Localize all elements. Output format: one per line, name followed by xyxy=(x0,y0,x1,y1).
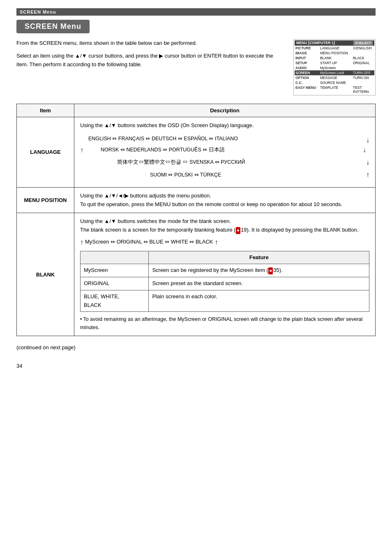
sub-row-original: ORIGINAL Screen preset as the standard s… xyxy=(81,277,369,290)
lang-cycle: ENGLISH ⇔ FRANÇAIS ⇔ DEUTSCH ⇔ ESPAÑOL ⇔… xyxy=(80,132,369,183)
sub-label-myscreen: MyScreen xyxy=(81,264,149,277)
menu-pos-line2: To quit the operation, press the MENU bu… xyxy=(80,200,369,209)
sub-label-bwb: BLUE, WHITE,BLACK xyxy=(81,290,149,312)
menu-pos-line1: Using the ▲/▼/◄/▶ buttons adjusts the me… xyxy=(80,192,369,200)
page-number: 34 xyxy=(16,363,376,369)
intro-para1: From the SCREEN menu, items shown in the… xyxy=(16,39,285,48)
lang-line4: ↑ SUOMI ⇔ POLSKI ⇔ TÜRKÇE ↑ xyxy=(80,169,369,181)
blank-line1: Using the ▲/▼ buttons switches the mode … xyxy=(80,217,369,226)
sub-col-label xyxy=(81,251,149,264)
intro-section: From the SCREEN menu, items shown in the… xyxy=(16,39,376,95)
table-row-blank: BLANK Using the ▲/▼ buttons switches the… xyxy=(17,213,376,336)
table-row-menu-position: MENU POSITION Using the ▲/▼/◄/▶ buttons … xyxy=(17,187,376,213)
intro-text: From the SCREEN menu, items shown in the… xyxy=(16,39,285,69)
desc-menu-position: Using the ▲/▼/◄/▶ buttons adjusts the me… xyxy=(74,187,376,213)
sub-row-blue-white-black: BLUE, WHITE,BLACK Plain screens in each … xyxy=(81,290,369,312)
col-header-desc: Description xyxy=(74,104,376,117)
blank-line2: The blank screen is a screen for the tem… xyxy=(80,226,369,234)
item-blank: BLANK xyxy=(17,213,74,336)
menu-row: PICTURE LANGUAGE ⊙ENGLISH xyxy=(295,46,374,51)
blank-note: • To avoid remaining as an afterimage, t… xyxy=(80,315,369,332)
table-row-language: LANGUAGE Using the ▲/▼ buttons switches … xyxy=(17,117,376,188)
menu-row: IMAGE MENU POSITION xyxy=(295,51,374,56)
blank-cycle-line: ↑ MyScreen ⇔ ORIGINAL ⇔ BLUE ⇔ WHITE ⇔ B… xyxy=(80,237,369,248)
col-header-item: Item xyxy=(17,104,74,117)
lang-desc-line1: Using the ▲/▼ buttons switches the OSD (… xyxy=(80,121,369,130)
sub-label-original: ORIGINAL xyxy=(81,277,149,290)
menu-row: INPUT BLANK BLACK xyxy=(295,56,374,60)
menu-row: AUDIO MyScreen xyxy=(295,65,374,70)
sub-desc-original: Screen preset as the standard screen. xyxy=(149,277,369,290)
menu-select-btn: ⊡SELECT xyxy=(353,41,373,45)
blank-sub-table: Feature MyScreen Screen can be registere… xyxy=(80,251,369,312)
sub-row-myscreen: MyScreen Screen can be registered by the… xyxy=(81,264,369,277)
sub-col-feature: Feature xyxy=(149,251,369,264)
top-bar-label: SCREEN Menu xyxy=(16,8,376,16)
lang-line1: ENGLISH ⇔ FRANÇAIS ⇔ DEUTSCH ⇔ ESPAÑOL ⇔… xyxy=(88,134,369,144)
menu-mockup: MENU [COMPUTER 1] ⊡SELECT PICTURE LANGUA… xyxy=(293,39,376,95)
menu-row: EASY MENU TEMPLATE TEST PATTERN xyxy=(295,85,374,94)
desc-blank: Using the ▲/▼ buttons switches the mode … xyxy=(74,213,376,336)
lang-line3: ↑ 简体中文⇔繁體中文⇔한글 ⇔ SVENSKA ⇔ РУССКИЙ ↓ xyxy=(80,156,369,169)
menu-row: OPTION MESSAGE TURN ON xyxy=(295,75,374,80)
menu-header: MENU [COMPUTER 1] ⊡SELECT xyxy=(295,40,374,46)
book-ref-35: ■ xyxy=(268,267,273,274)
menu-row-highlighted: SCREEN MyScreen Lock TURN OFF xyxy=(295,70,374,75)
sub-desc-myscreen: Screen can be registered by the MyScreen… xyxy=(149,264,369,277)
intro-para2: Select an item using the ▲/▼ cursor butt… xyxy=(16,52,285,69)
main-table: Item Description LANGUAGE Using the ▲/▼ … xyxy=(16,104,376,336)
lang-line2: ↑ NORSK ⇔ NEDERLANDS ⇔ PORTUGUÊS ⇔ 日本語 ↓ xyxy=(80,144,366,156)
item-language: LANGUAGE xyxy=(17,117,74,188)
item-menu-position: MENU POSITION xyxy=(17,187,74,213)
menu-row: SETUP START UP ORIGINAL xyxy=(295,60,374,65)
menu-row: C.C. SOURCE NAME xyxy=(295,80,374,85)
book-ref-19: ■ xyxy=(236,227,240,234)
continued-text: (continued on next page) xyxy=(16,344,376,350)
desc-language: Using the ▲/▼ buttons switches the OSD (… xyxy=(74,117,376,188)
page-title: SCREEN Menu xyxy=(16,20,90,33)
sub-desc-bwb: Plain screens in each color. xyxy=(149,290,369,312)
